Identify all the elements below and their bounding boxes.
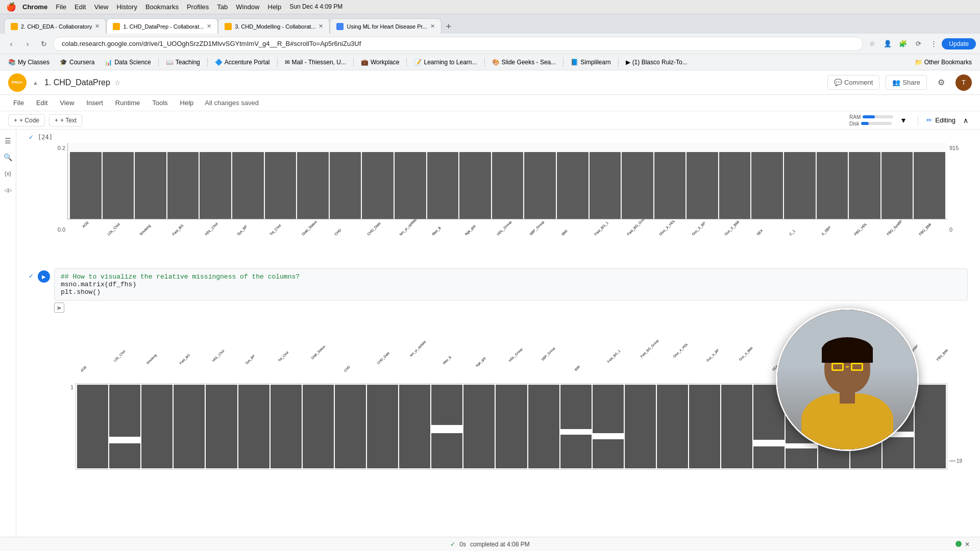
glasses-bridge [846, 366, 849, 367]
right-label-915: 915 [949, 145, 959, 151]
bm-accenture[interactable]: 🔷Accenture Portal [211, 58, 274, 67]
new-tab-button[interactable]: + [442, 19, 456, 34]
tab-4-close[interactable]: ✕ [430, 23, 435, 30]
matrix-col-26 [915, 385, 946, 468]
reload-button[interactable]: ↻ [37, 37, 51, 51]
bm-data-science[interactable]: 📊Data Science [101, 58, 155, 67]
status-check-icon: ✓ [450, 541, 455, 548]
insert-menu-item[interactable]: Insert [81, 97, 108, 109]
settings-button[interactable]: ⚙ [933, 74, 949, 91]
comment-button[interactable]: 💬 Comment [827, 75, 879, 90]
tab-3[interactable]: 3. CHD_Modelling - Collaborat... ✕ [218, 18, 330, 34]
bm-my-classes[interactable]: 📚My Classes [4, 58, 54, 67]
ram-disk-dropdown[interactable]: ▾ [897, 114, 910, 127]
bm-workplace[interactable]: 💼Workplace [357, 58, 403, 67]
bar-sysbp [232, 152, 264, 219]
collapse-button[interactable]: ∧ [960, 114, 972, 127]
bm-other[interactable]: 📁Other Bookmarks [911, 58, 976, 67]
x-label-chd: CHD [334, 219, 359, 236]
extensions-icon[interactable]: 🧩 [896, 37, 910, 51]
matrix-gap-16 [593, 433, 624, 439]
sidebar-search-icon[interactable]: 🔍 [1, 150, 15, 164]
view-menu-item[interactable]: View [55, 97, 79, 109]
forward-button[interactable]: › [20, 37, 35, 51]
status-green-dot [955, 541, 962, 547]
ram-disk-indicator[interactable]: RAM Disk [849, 114, 893, 127]
bm-slidegeeks[interactable]: 🎨Slide Geeks - Sea... [488, 58, 560, 67]
history-menu[interactable]: History [116, 3, 137, 11]
sync-icon[interactable]: ⟳ [911, 37, 925, 51]
system-time: Sun Dec 4 4:09 PM [289, 3, 342, 11]
tab-1[interactable]: 2. CHD_EDA - Collaboratory ✕ [4, 18, 106, 34]
edit-menu[interactable]: Edit [75, 3, 86, 11]
help-menu[interactable]: Help [268, 3, 282, 11]
bar-diab [297, 152, 329, 219]
macos-menubar: 🍎 Chrome File Edit View History Bookmark… [0, 0, 980, 14]
mx-label-guc-bmi: Guc_X_BMI [739, 336, 764, 361]
bm-teaching[interactable]: 📖Teaching [162, 58, 204, 67]
cell-2-check: ✓ [29, 272, 34, 280]
bm-simplilearn[interactable]: 📘Simplilearn [567, 58, 615, 67]
bookmarks-menu[interactable]: Bookmarks [145, 3, 179, 11]
file-menu[interactable]: File [56, 3, 66, 11]
colab-header: PRO+ ▲ 1. CHD_DataPrep ☆ 💬 Comment 👥 Sha… [0, 70, 980, 95]
tab-2[interactable]: 1. CHD_DataPrep - Collaborat... ✕ [106, 18, 218, 34]
bm-separator-2 [207, 58, 208, 67]
edit-menu-item[interactable]: Edit [31, 97, 53, 109]
disk-bar [861, 122, 892, 125]
status-right-icons: ✕ [955, 541, 970, 548]
sidebar-variables-icon[interactable]: {x} [1, 166, 15, 181]
status-close-icon[interactable]: ✕ [965, 541, 970, 548]
tab-2-close[interactable]: ✕ [207, 23, 211, 30]
bm-coursera[interactable]: 🎓Coursera [56, 58, 99, 67]
user-avatar[interactable]: T [955, 74, 972, 91]
cell-2-code[interactable]: ## How to visualize the relative missing… [54, 268, 968, 300]
share-button[interactable]: 👥 Share [886, 75, 927, 90]
file-menu-item[interactable]: File [8, 97, 29, 109]
apple-menu[interactable]: 🍎 [6, 2, 16, 12]
x-label-hdlgrp: HDL_Group [496, 219, 521, 236]
bookmark-icon[interactable]: ☆ [865, 37, 879, 51]
address-input[interactable] [53, 37, 863, 51]
colab-main: ☰ 🔍 {x} ◁▷ ✓ [24] 0.2 0.0 [0, 130, 980, 537]
chrome-menu[interactable]: Chrome [22, 3, 47, 11]
update-button[interactable]: Update [942, 38, 976, 49]
mx-label-fbggrp: Fast_BG_Group [640, 333, 665, 358]
tab-4[interactable]: Using ML for Heart Disease Pr... ✕ [330, 18, 441, 34]
profiles-menu[interactable]: Profiles [187, 3, 209, 11]
view-menu[interactable]: View [94, 3, 108, 11]
runtime-menu-item[interactable]: Runtime [110, 97, 145, 109]
colab-star-icon[interactable]: ☆ [114, 79, 121, 87]
more-icon[interactable]: ⋮ [926, 37, 941, 51]
add-text-button[interactable]: + + Text [49, 114, 82, 127]
tools-menu-item[interactable]: Tools [147, 97, 173, 109]
share-label: Share [902, 79, 920, 86]
bm-learning[interactable]: 📝Learning to Learn... [410, 58, 481, 67]
bm-mail[interactable]: ✉Mail - Thiessen, U... [281, 58, 350, 67]
x-label-sex: SEX [756, 219, 781, 236]
tab-1-close[interactable]: ✕ [95, 23, 100, 30]
code-plt: plt.show() [61, 288, 101, 296]
mx-label-fbg: Fast_BG [179, 340, 204, 365]
bars-container [67, 143, 947, 219]
cell-2-run-button[interactable]: ▶ [38, 270, 50, 283]
tab-bar: 2. CHD_EDA - Collaboratory ✕ 1. CHD_Data… [0, 14, 980, 34]
sidebar-code-icon[interactable]: ◁▷ [1, 183, 15, 197]
bar-tenyr [395, 152, 426, 219]
back-button[interactable]: ‹ [4, 37, 18, 51]
tab-menu[interactable]: Tab [217, 3, 228, 11]
sidebar-menu-icon[interactable]: ☰ [1, 134, 15, 148]
plus-text-icon: + [55, 117, 58, 124]
add-code-button[interactable]: + + Code [8, 114, 45, 127]
colab-logo-text: PRO+ [12, 81, 23, 85]
profile-icon[interactable]: 👤 [880, 37, 895, 51]
x-label-filter: filter_$ [431, 219, 456, 236]
status-bar: ✓ 0s completed at 4:08 PM ✕ [0, 537, 980, 551]
tab-3-close[interactable]: ✕ [318, 23, 323, 30]
editing-badge: ✏ Editing [926, 116, 955, 124]
window-menu[interactable]: Window [236, 3, 259, 11]
help-menu-item[interactable]: Help [175, 97, 199, 109]
matrix-right-scale: 19 [947, 383, 968, 470]
bm-blasco[interactable]: ▶(1) Blasco Ruiz-To... [622, 58, 692, 67]
cell-2-expand-icon[interactable]: ⊳ [54, 303, 64, 313]
